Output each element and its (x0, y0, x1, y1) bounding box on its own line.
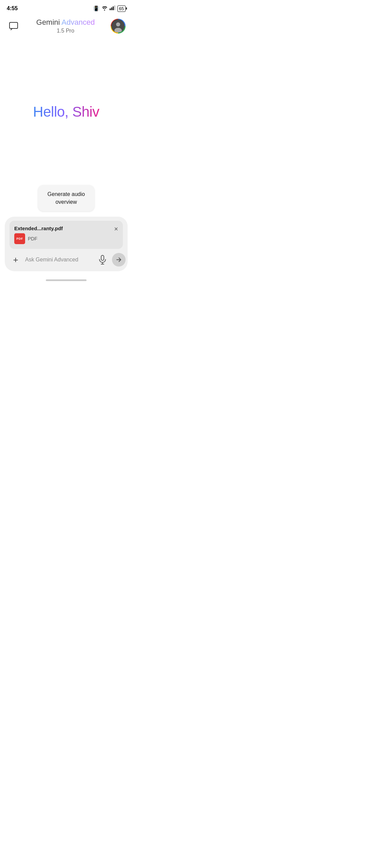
attachment-type-row: PDF PDF (14, 233, 63, 244)
new-chat-button[interactable] (7, 19, 20, 33)
chip-line1: Generate audio (48, 191, 85, 198)
attachment-type-label: PDF (28, 236, 37, 241)
svg-rect-1 (111, 7, 112, 10)
input-container: Extended...ranty.pdf PDF PDF × + (5, 217, 128, 271)
header-title: Gemini Advanced 1.5 Pro (36, 18, 95, 34)
app-header: Gemini Advanced 1.5 Pro (0, 15, 132, 38)
home-bar (46, 279, 87, 281)
input-row: + (10, 253, 123, 267)
pdf-icon: PDF (14, 233, 25, 244)
svg-rect-2 (113, 6, 114, 10)
suggestion-area: Generate audio overview (0, 185, 132, 217)
attachment-card: Extended...ranty.pdf PDF PDF × (10, 221, 123, 249)
svg-rect-4 (10, 22, 18, 28)
user-avatar-button[interactable] (111, 19, 126, 34)
home-indicator (0, 277, 132, 286)
chip-line2: overview (48, 198, 85, 206)
app-name: Gemini Advanced (36, 18, 95, 27)
avatar (111, 19, 125, 33)
microphone-button[interactable] (96, 254, 109, 266)
add-attachment-button[interactable]: + (10, 254, 22, 266)
main-content: Hello, Shiv (0, 38, 132, 185)
status-icons: 📳 65 (93, 5, 126, 12)
remove-attachment-button[interactable]: × (114, 225, 118, 232)
vibrate-icon: 📳 (93, 5, 99, 12)
status-time: 4:55 (7, 5, 18, 12)
svg-rect-8 (101, 255, 104, 260)
send-button[interactable] (112, 253, 126, 267)
chat-input[interactable] (25, 257, 93, 263)
generate-audio-chip[interactable]: Generate audio overview (38, 185, 94, 211)
signal-icon (110, 5, 115, 12)
greeting-message: Hello, Shiv (33, 104, 99, 120)
status-bar: 4:55 📳 65 (0, 0, 132, 15)
battery-icon: 65 (117, 5, 126, 12)
svg-rect-3 (114, 5, 115, 10)
attachment-info: Extended...ranty.pdf PDF PDF (14, 225, 63, 244)
attachment-filename: Extended...ranty.pdf (14, 225, 63, 231)
svg-rect-0 (110, 8, 111, 10)
wifi-icon (101, 6, 108, 12)
svg-point-6 (116, 22, 120, 26)
model-version: 1.5 Pro (36, 27, 95, 35)
